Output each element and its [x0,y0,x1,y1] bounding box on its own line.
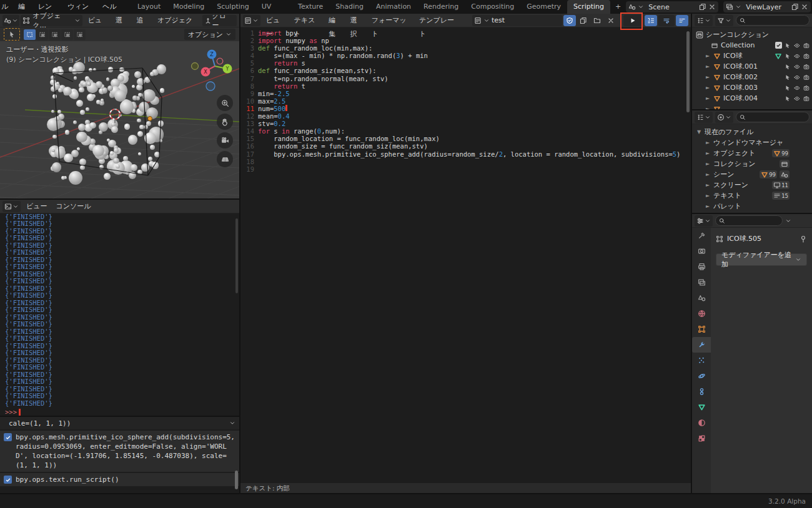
workspace-tab-uv-editing[interactable]: UV Editing [255,0,292,14]
workspace-tab-shading[interactable]: Shading [329,0,370,14]
chevron-down-icon[interactable] [229,420,235,426]
console-menu-0[interactable]: ビュー [22,200,52,213]
editor-type-button[interactable] [695,15,713,26]
camera-icon[interactable] [803,64,810,70]
word-wrap-toggle[interactable] [658,15,675,26]
active-tool-cursor[interactable] [4,28,20,41]
select-mode-0[interactable] [24,29,36,40]
report-row-partial[interactable]: cale=(1, 1, 1)) [0,417,239,429]
workspace-tab-texture-paint[interactable]: Texture Paint [292,0,329,14]
console-output[interactable]: {'FINISHED'}{'FINISHED'}{'FINISHED'}{'FI… [0,213,239,407]
console-menu-1[interactable]: コンソール [52,200,96,213]
text-editor-menu-0[interactable]: ビュー [262,14,290,27]
text-editor-menu-5[interactable]: テンプレート [415,14,462,27]
report-row[interactable]: bpy.ops.text.run_script() [0,473,239,486]
workspace-tab-compositing[interactable]: Compositing [465,0,520,14]
topbar-menu-0[interactable]: ル [0,0,13,14]
text-editor-scrollbar[interactable] [686,31,690,112]
copy-icon[interactable] [699,3,706,11]
code-line[interactable]: 7 t=np.random.normal(mean, stv) [240,75,691,82]
pointer-icon[interactable] [785,95,791,102]
code-line[interactable]: 14for s in range(0,num): [240,127,691,135]
report-checkbox[interactable] [4,476,12,484]
nav-zoom-button[interactable] [217,95,233,111]
mode-dropdown[interactable]: オブジェク... [21,15,82,26]
close-icon[interactable] [801,3,808,11]
workspace-tab-geometry-nodes[interactable]: Geometry Nodes [520,0,567,14]
run-script-button[interactable] [623,15,642,26]
expand-arrow-icon[interactable]: ► [705,172,711,177]
properties-tab-object-data[interactable] [692,399,711,415]
pointer-icon[interactable] [785,74,791,81]
nav-pan-button[interactable] [217,114,233,130]
report-row[interactable]: bpy.ops.mesh.primitive_ico_sphere_add(su… [0,431,239,472]
expand-arrow-icon[interactable]: ► [705,193,711,198]
blendfile-row[interactable]: ►テキスト15 [692,190,812,201]
eye-icon[interactable] [794,53,800,59]
select-mode-4[interactable] [74,29,86,40]
properties-tab-view-layer[interactable] [692,275,711,290]
expand-arrow-icon[interactable]: ► [705,150,711,156]
line-numbers-toggle[interactable] [645,15,657,26]
code-line[interactable]: 5 return s [240,59,691,67]
properties-tab-modifiers[interactable] [692,337,711,353]
viewport-menu-0[interactable]: ビュー [84,14,111,27]
blendfile-row[interactable]: ►ウィンドウマネージャ [692,137,812,148]
workspace-tab-animation[interactable]: Animation [370,0,417,14]
nav-grid-view-button[interactable] [217,151,233,167]
camera-icon[interactable] [803,42,810,49]
outliner-row[interactable]: Collection [692,40,812,51]
blendfile-row[interactable]: ►オブジェクト99 [692,148,812,159]
viewport-menu-3[interactable]: オブジェクト [153,14,199,27]
code-line[interactable]: 18 [240,158,691,165]
report-checkbox[interactable] [4,433,12,441]
text-editor-menu-3[interactable]: 選択 [345,14,367,27]
eye-icon[interactable] [794,42,800,49]
orientation-dropdown[interactable]: グロー.. [202,15,237,26]
chevron-down-icon[interactable] [785,218,791,224]
blendfile-row[interactable]: ►パレット [692,201,812,212]
camera-icon[interactable] [803,53,810,59]
expand-arrow-icon[interactable]: ► [705,64,711,69]
pointer-icon[interactable] [785,85,791,91]
text-datablock[interactable]: test [472,15,562,26]
text-editor-menu-2[interactable]: 編集 [324,14,345,27]
properties-tab-scene[interactable] [692,290,711,306]
display-mode-dropdown[interactable] [715,15,733,26]
expand-arrow-icon[interactable]: ► [705,106,711,109]
syntax-highlight-toggle[interactable] [676,15,688,26]
properties-tab-material[interactable] [692,415,711,431]
console-scrollbar[interactable] [235,218,238,293]
code-line[interactable]: 19 [240,165,691,173]
outliner-row[interactable]: ►ICO球.004 [692,93,812,104]
properties-tab-tool[interactable] [692,228,711,243]
workspace-tab-rendering[interactable]: Rendering [417,0,465,14]
select-mode-1[interactable] [36,29,48,40]
workspace-tab-sculpting[interactable]: Sculpting [210,0,255,14]
blendfile-row-root[interactable]: ▼現在のファイル [692,127,812,137]
properties-tab-particles[interactable] [692,353,711,368]
viewlayer-selector[interactable]: ViewLayer [723,1,811,12]
camera-icon[interactable] [803,74,810,81]
topbar-menu-1[interactable]: 編集 [13,0,33,14]
code-line[interactable]: 8 return t [240,82,691,90]
camera-icon[interactable] [803,95,810,102]
workspace-tab-scripting[interactable]: Scripting [567,0,610,14]
editor-type-button[interactable] [695,112,713,123]
code-line[interactable]: 9min=-2.5 [240,90,691,97]
code-line[interactable]: 11num=500 [240,105,691,112]
close-icon[interactable] [708,3,716,11]
code-line[interactable]: 12mean=0.4 [240,112,691,120]
pointer-icon[interactable] [785,53,791,59]
viewport-menu-2[interactable]: 追加 [132,14,153,27]
editor-type-button[interactable] [2,201,21,212]
expand-arrow-icon[interactable]: ► [705,161,711,167]
options-dropdown[interactable]: オプション [184,29,235,40]
expand-arrow-icon[interactable]: ► [705,182,711,188]
properties-search[interactable] [715,215,783,226]
expand-arrow-icon[interactable]: ► [705,140,711,145]
select-mode-3[interactable] [61,29,73,40]
properties-tab-render[interactable] [692,243,711,259]
viewport-menu-1[interactable]: 選択 [111,14,132,27]
camera-icon[interactable] [803,85,810,91]
